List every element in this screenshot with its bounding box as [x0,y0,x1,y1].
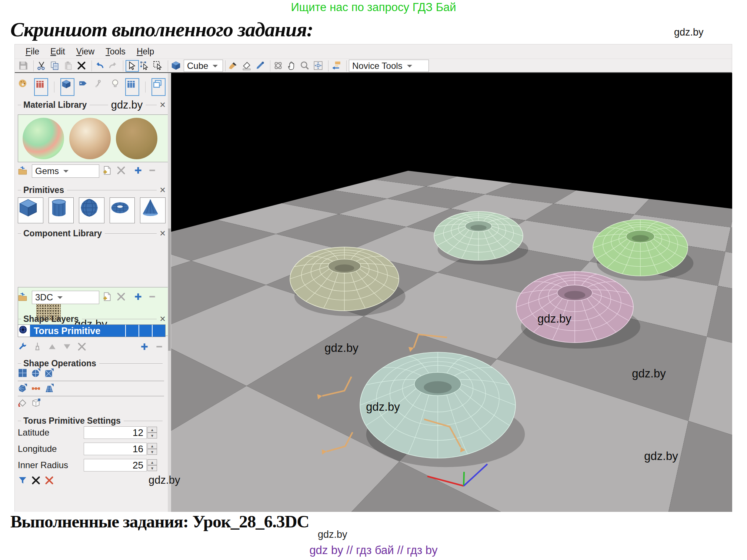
layer-row-selected[interactable]: Torus Primitive [18,324,166,337]
menu-edit[interactable]: Edit [45,47,71,57]
mesh-op-button[interactable] [44,383,56,394]
material-swatch-brown[interactable] [116,118,157,159]
wrench-icon[interactable] [18,342,29,353]
eyedropper-button[interactable] [254,60,268,72]
shape-layers-header: Shape Layers × [18,314,166,323]
paint-pot-op-button[interactable] [18,398,29,409]
orbit-view-button[interactable] [273,60,286,72]
material-library-button[interactable] [34,78,48,96]
paint-brush-button[interactable] [228,60,241,72]
filter-button[interactable] [18,476,29,487]
watermark-text: gdz.by [632,367,666,380]
tool-mode-select[interactable]: Novice Tools [349,60,429,72]
viewport-3d[interactable]: gdz.bygdz.bygdz.bygdz.bygdz.by [171,73,732,512]
inner-radius-field[interactable]: 25 [84,459,147,471]
new-item-button[interactable] [102,166,113,177]
menu-help[interactable]: Help [131,47,160,57]
settings-actions-row [18,475,166,487]
palette-button[interactable] [18,79,30,96]
latitude-field[interactable]: 12 [84,426,147,439]
undo-button[interactable] [94,60,107,72]
add-button[interactable] [133,292,144,303]
box-op-button[interactable] [31,398,42,409]
redo-button[interactable] [107,60,121,72]
grid-cross-op-button[interactable] [44,368,56,379]
new-item-button[interactable] [102,292,113,303]
material-swatch-white-tan[interactable] [69,118,111,159]
transform-select-tool-button[interactable] [139,60,152,72]
move-down-button[interactable] [62,342,73,353]
close-icon[interactable]: × [160,229,166,237]
component-library-button[interactable] [125,78,139,96]
delete-layer-button[interactable] [77,342,88,353]
cube-tool-icon[interactable] [170,60,184,72]
fan-op-button[interactable] [18,383,29,394]
close-icon[interactable]: × [160,186,166,194]
material-category-value: Gems [35,166,59,176]
primitive-cylinder-button[interactable] [49,197,74,223]
primitives-title: Primitives [23,185,64,195]
material-swatch-green-pink[interactable] [23,118,64,159]
save-button[interactable] [18,60,31,72]
remove-layer-button[interactable] [154,342,166,353]
remove-button[interactable] [147,166,159,177]
primitive-torus-button[interactable] [110,197,135,223]
fill-bucket-button[interactable] [241,60,254,72]
remove-button[interactable] [147,292,159,303]
delete-button[interactable] [76,60,89,72]
latitude-stepper[interactable]: ▲▼ [147,427,157,439]
layer-cell[interactable] [139,325,152,337]
cut-button[interactable] [36,60,49,72]
layer-cell[interactable] [125,325,139,337]
close-icon[interactable]: × [160,315,166,323]
layer-cell[interactable] [152,325,165,337]
object-type-select[interactable]: Cube [184,60,223,72]
material-swatches [18,114,171,162]
paste-button[interactable] [63,60,76,72]
bone-button[interactable] [94,79,107,96]
copy-button[interactable] [49,60,63,72]
panel-scrollbar[interactable] [168,73,171,512]
fit-view-button[interactable] [313,60,326,72]
menu-view[interactable]: View [71,47,100,57]
select-tool-button[interactable] [126,60,139,72]
menu-tools[interactable]: Tools [100,47,131,57]
grid-square-op-button[interactable] [18,368,29,379]
pin-icon[interactable] [33,342,44,353]
pan-view-button[interactable] [286,60,299,72]
primitive-cone-button[interactable] [140,197,166,223]
inner-radius-stepper[interactable]: ▲▼ [147,459,157,471]
tool-mode-value: Novice Tools [352,61,403,71]
points-op-button[interactable] [31,383,42,394]
tag-button[interactable] [78,79,91,96]
delete-item-button[interactable] [116,292,127,303]
scrollbar-thumb[interactable] [168,229,171,351]
zoom-view-button[interactable] [299,60,313,72]
grid-circle-op-button[interactable] [31,368,42,379]
move-up-button[interactable] [47,342,59,353]
light-button[interactable] [110,79,121,96]
windows-button[interactable] [151,78,166,96]
primitive-cube-button[interactable] [18,197,43,223]
watermark-text: gdz.by [111,99,143,111]
add-layer-button[interactable] [140,342,151,353]
primitive-sphere-button[interactable] [79,197,104,223]
component-category-value: 3DC [35,292,53,303]
align-button[interactable] [331,60,344,72]
component-category-select[interactable]: 3DC [32,291,99,304]
watermark-text: gdz.by [324,341,358,355]
delete-shape-button[interactable] [44,476,56,487]
marquee-select-tool-button[interactable] [152,60,166,72]
add-button[interactable] [133,166,144,177]
delete-item-button[interactable] [116,166,127,177]
open-folder-icon[interactable] [18,166,29,177]
longitude-stepper[interactable]: ▲▼ [147,443,157,455]
cancel-button[interactable] [31,476,42,487]
longitude-field[interactable]: 16 [84,443,147,455]
open-folder-icon[interactable] [18,292,29,303]
material-category-select[interactable]: Gems [32,164,99,178]
close-icon[interactable]: × [160,101,166,109]
watermark-text: gdz.by [149,474,180,486]
shapes-mode-button[interactable] [60,78,74,96]
menu-file[interactable]: File [20,47,45,57]
